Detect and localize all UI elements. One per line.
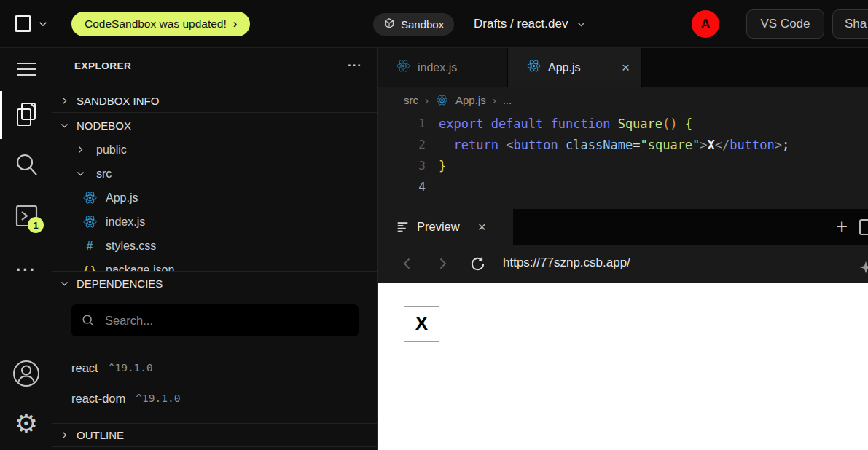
update-banner-text: CodeSandbox was updated! [85,17,227,31]
share-button[interactable]: Sha [832,9,868,39]
code-token: return [453,138,498,152]
update-banner[interactable]: CodeSandbox was updated! › [71,12,250,36]
new-preview-button[interactable]: + [836,216,848,238]
chevron-down-icon [576,20,586,29]
code-token: X [708,138,715,152]
code-line-content[interactable]: export default function Square() { [439,117,692,131]
section-nodebox[interactable]: NODEBOX [52,114,377,138]
code-line: 4 [378,176,868,197]
code-token: { [685,117,692,131]
preview-list-icon [396,221,409,233]
forward-icon[interactable] [434,256,450,272]
code-token: export default function [439,117,618,131]
section-outline-label: OUTLINE [77,429,124,441]
dependency-search-input[interactable] [103,313,348,328]
square-button-label: X [415,312,428,335]
code-token: </ [715,138,730,152]
refresh-icon[interactable] [469,256,486,272]
tree-item-styles.css[interactable]: #styles.css [52,234,377,258]
breadcrumb-item[interactable]: App.js [455,94,486,106]
hamburger-icon [16,60,36,78]
tree-item-src[interactable]: src [52,162,377,186]
square-button[interactable]: X [404,306,439,342]
ellipsis-icon: ··· [16,261,36,280]
vscode-button[interactable]: VS Code [746,9,824,39]
activity-bar: 1 ··· ⚙ [0,48,52,450]
code-token [498,138,506,152]
tree-item-index.js[interactable]: index.js [52,210,377,234]
account-icon [11,358,42,389]
tree-item-App.js[interactable]: App.js [52,186,377,210]
activity-overflow-button[interactable]: ··· [0,261,52,280]
sandbox-badge[interactable]: Sandbox [373,13,454,36]
code-editor[interactable]: 1export default function Square() {2 ret… [378,113,868,209]
breadcrumb-separator: › [493,94,496,106]
code-token: } [439,159,446,173]
url-text[interactable]: https://77sznp.csb.app/ [503,256,630,270]
line-number: 4 [378,180,426,194]
workspace-breadcrumb[interactable]: Drafts / react.dev [474,0,586,48]
terminal-badge-count: 1 [33,220,38,231]
tab-preview[interactable]: Preview × [378,209,513,245]
close-tab-icon[interactable]: × [622,60,630,76]
sandbox-badge-label: Sandbox [401,18,444,31]
menu-button[interactable] [0,60,52,78]
tree-item-public[interactable]: public [52,138,377,162]
tab-App.js[interactable]: App.js× [508,48,642,87]
layout-icon[interactable] [859,219,868,235]
close-preview-icon[interactable]: × [478,219,486,235]
terminal-badge: 1 [28,217,44,233]
editor-tab-bar: index.jsApp.js× [378,48,868,87]
dependency-list: react^19.1.0react-dom^19.1.0 [52,352,377,414]
avatar[interactable]: A [692,10,719,38]
breadcrumb-item[interactable]: src [404,94,418,106]
tab-label: index.js [418,61,457,74]
code-token [439,138,453,152]
breadcrumb-separator: › [425,94,429,106]
react-icon [82,191,97,205]
sidebar-item-terminal[interactable] [0,202,52,229]
sidebar-item-explorer[interactable] [0,100,52,128]
tab-index.js[interactable]: index.js [378,48,508,87]
vscode-button-label: VS Code [760,17,810,31]
section-dependencies[interactable]: DEPENDENCIES [52,271,377,295]
code-line: 2 return <button className="square">X</b… [378,134,868,155]
hash-icon: # [82,240,97,253]
top-bar: CodeSandbox was updated! › Sandbox Draft… [0,0,868,48]
section-sandbox-info-label: SANDBOX INFO [77,95,159,107]
line-number: 1 [378,117,426,130]
explorer-title: EXPLORER [74,60,131,71]
chevron-right-icon [73,145,87,154]
back-icon[interactable] [399,256,415,272]
tree-item-label: src [96,167,112,181]
code-line-content[interactable]: } [439,159,446,173]
code-token: < [506,138,513,152]
section-sandbox-info[interactable]: SANDBOX INFO [52,89,377,113]
sidebar-item-search[interactable] [0,151,52,178]
breadcrumb-item[interactable]: ... [503,94,512,106]
preview-tab-label: Preview [417,220,460,234]
explorer-panel: EXPLORER ··· SANDBOX INFO NODEBOX public… [52,48,378,450]
code-line-content[interactable]: return <button className="square">X</but… [439,138,789,152]
avatar-letter: A [701,17,711,32]
section-outline[interactable]: OUTLINE [52,423,377,447]
code-token: "square" [640,138,700,152]
codesandbox-logo-icon[interactable] [15,15,31,32]
react-icon [436,94,447,106]
section-nodebox-label: NODEBOX [77,119,131,132]
chevron-right-icon [60,430,69,440]
dependency-name: react-dom [71,392,125,406]
sparkle-icon[interactable] [859,260,868,275]
chevron-down-icon [60,279,69,288]
explorer-menu-button[interactable]: ··· [348,58,362,73]
account-button[interactable] [0,358,52,389]
search-icon [82,314,95,327]
dependency-react[interactable]: react^19.1.0 [52,352,377,383]
tree-item-package.json[interactable]: { }package.json [52,258,377,271]
dependency-react-dom[interactable]: react-dom^19.1.0 [52,383,377,414]
workspace-menu-chevron-icon[interactable] [38,19,48,32]
dependency-name: react [71,361,98,375]
code-token: > [700,138,707,152]
settings-button[interactable]: ⚙ [0,411,52,437]
line-number: 3 [378,159,426,173]
